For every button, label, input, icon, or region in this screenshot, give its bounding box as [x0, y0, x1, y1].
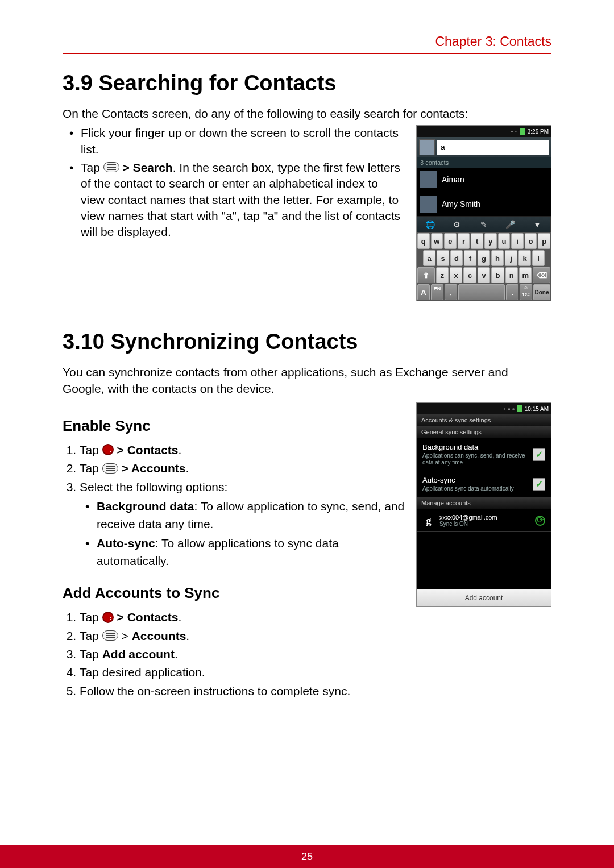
enable-sync-step-1: Tap > Contacts. [80, 442, 405, 459]
contact-row[interactable]: Aiman [417, 168, 551, 192]
option-background-data: Background data: To allow application to… [97, 498, 405, 533]
enable-sync-step-2: Tap > Accounts. [80, 460, 405, 477]
google-g-icon: g [422, 514, 435, 527]
empty-area [417, 532, 551, 589]
step-bold: Accounts [132, 629, 186, 642]
menu-lines-icon [102, 630, 118, 641]
section-3-10-title: 3.10 Synchronizing Contacts [63, 330, 551, 354]
setting-title: Background data [422, 443, 533, 451]
key-m[interactable]: m [519, 267, 532, 283]
page-number: 25 [301, 851, 313, 862]
chapter-title: Chapter 3: Contacts [435, 34, 551, 49]
key-f[interactable]: f [464, 250, 476, 266]
contact-name: Aiman [442, 175, 464, 184]
key-period[interactable]: . [506, 284, 518, 300]
contact-row[interactable]: Amy Smith [417, 192, 551, 217]
status-bar: ▫ ▫ ▫ 10:15 AM [417, 403, 551, 414]
account-email: xxxx004@gmail.com [439, 514, 530, 521]
battery-icon [520, 128, 525, 135]
enable-sync-steps: Tap > Contacts. Tap > Accounts. Select t… [63, 442, 405, 570]
edit-icon[interactable]: ✎ [470, 217, 497, 232]
key-emoji-sym[interactable]: ☺ 12# [520, 284, 532, 300]
checkbox-checked-icon[interactable]: ✓ [533, 478, 545, 491]
key-v[interactable]: v [478, 267, 490, 283]
key-z[interactable]: z [436, 267, 449, 283]
checkbox-checked-icon[interactable]: ✓ [533, 448, 545, 461]
auto-sync-row[interactable]: Auto-sync Applications sync data automat… [417, 471, 551, 497]
key-b[interactable]: b [491, 267, 504, 283]
key-a[interactable]: a [423, 250, 435, 266]
key-d[interactable]: d [450, 250, 463, 266]
step-text: Tap [80, 610, 102, 624]
result-count: 3 contacts [417, 157, 551, 168]
step-text: Tap [80, 462, 102, 475]
key-r[interactable]: r [458, 233, 470, 249]
general-sync-header: General sync settings [417, 426, 551, 438]
key-u[interactable]: u [498, 233, 511, 249]
account-row[interactable]: g xxxx004@gmail.com Sync is ON [417, 509, 551, 532]
key-s[interactable]: s [437, 250, 449, 266]
gear-icon[interactable]: ⚙ [443, 217, 470, 232]
key-w[interactable]: w [431, 233, 443, 249]
bullet-flick: Flick your finger up or down the screen … [81, 125, 405, 157]
menu-lines-icon [103, 162, 119, 172]
step-text: Tap [80, 629, 102, 642]
key-o[interactable]: o [525, 233, 537, 249]
enable-sync-step-3: Select the following options: Background… [80, 479, 405, 570]
key-shift[interactable]: ⇧ [417, 267, 435, 283]
status-icon: ▫ [511, 128, 513, 135]
key-l[interactable]: l [532, 250, 545, 266]
key-space[interactable] [458, 284, 505, 300]
key-y[interactable]: y [484, 233, 497, 249]
key-q[interactable]: q [417, 233, 430, 249]
setting-subtitle: Applications can sync, send, and receive… [422, 452, 533, 466]
status-time: 3:25 PM [528, 128, 549, 135]
key-j[interactable]: j [505, 250, 517, 266]
add-accounts-step-2: Tap > Accounts. [80, 628, 405, 645]
setting-title: Auto-sync [422, 476, 533, 484]
step-bold: > Contacts [117, 443, 179, 456]
enable-sync-options: Background data: To allow application to… [80, 498, 405, 570]
key-lang[interactable]: EN [431, 284, 443, 300]
screen-title: Accounts & sync settings [417, 414, 551, 426]
page-header: Chapter 3: Contacts [63, 34, 551, 54]
key-k[interactable]: k [518, 250, 531, 266]
contact-avatar-icon [420, 196, 437, 213]
setting-subtitle: Applications sync data automatically [422, 485, 533, 492]
step-text: Select the following options: [80, 480, 227, 493]
key-n[interactable]: n [505, 267, 518, 283]
status-time: 10:15 AM [525, 406, 549, 412]
key-comma[interactable]: , [445, 284, 457, 300]
status-icon: ▫ [512, 406, 515, 412]
add-accounts-step-3: Tap Add account. [80, 646, 405, 663]
step-bold: Add account [102, 647, 175, 661]
key-done[interactable]: Done [533, 284, 550, 300]
key-x[interactable]: x [450, 267, 462, 283]
add-accounts-step-5: Follow the on-screen instructions to com… [80, 683, 405, 700]
key-e[interactable]: e [444, 233, 457, 249]
search-row: a [417, 137, 551, 157]
key-g[interactable]: g [478, 250, 490, 266]
key-p[interactable]: p [538, 233, 550, 249]
section-3-9-intro: On the Contacts screen, do any of the fo… [63, 106, 551, 122]
menu-lines-icon [102, 463, 118, 474]
add-account-button[interactable]: Add account [417, 589, 551, 606]
collapse-icon[interactable]: ▼ [524, 217, 551, 232]
section-3-9-title: 3.9 Searching for Contacts [63, 71, 551, 95]
add-accounts-heading: Add Accounts to Sync [63, 584, 405, 602]
key-c[interactable]: c [463, 267, 476, 283]
mic-icon[interactable]: 🎤 [497, 217, 524, 232]
search-input[interactable]: a [437, 140, 549, 155]
key-mode[interactable]: A [417, 284, 430, 300]
globe-icon[interactable]: 🌐 [417, 217, 443, 232]
manage-accounts-header: Manage accounts [417, 497, 551, 509]
key-t[interactable]: t [471, 233, 483, 249]
add-accounts-step-1: Tap > Contacts. [80, 609, 405, 626]
key-i[interactable]: i [511, 233, 524, 249]
search-avatar-icon [419, 139, 435, 155]
key-h[interactable]: h [491, 250, 504, 266]
enable-sync-heading: Enable Sync [63, 417, 405, 435]
sync-settings-screenshot: ▫ ▫ ▫ 10:15 AM Accounts & sync settings … [416, 402, 551, 607]
background-data-row[interactable]: Background data Applications can sync, s… [417, 438, 551, 471]
key-backspace[interactable]: ⌫ [533, 267, 550, 283]
